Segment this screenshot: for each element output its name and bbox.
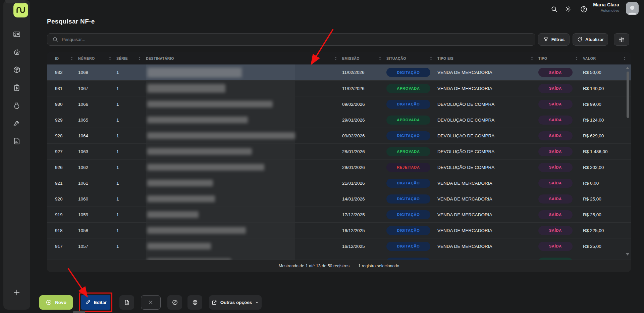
user-avatar[interactable] xyxy=(626,2,639,15)
table-row[interactable]: 9191059117/12/2025DIGITAÇÃOVENDA DE MERC… xyxy=(47,207,631,222)
user-info[interactable]: Maria Clara Automotivo xyxy=(593,2,619,12)
theme-toggle-button[interactable] xyxy=(564,5,573,13)
tipo-badge: SAÍDA xyxy=(538,242,573,251)
sort-icon[interactable] xyxy=(335,57,337,60)
sidebar-add-button[interactable] xyxy=(3,289,30,296)
column-label: SÉRIE xyxy=(116,56,128,60)
column-header-valor[interactable]: VALOR xyxy=(583,56,631,60)
cell-situacao: APROVADA xyxy=(386,116,437,125)
scrollbar-thumb[interactable] xyxy=(627,72,629,118)
search-input[interactable] xyxy=(62,37,530,42)
scrollbar-down-arrow[interactable] xyxy=(626,253,629,256)
sidebar-item-contacts[interactable] xyxy=(11,30,22,38)
sidebar-item-sales[interactable] xyxy=(11,48,22,56)
cell-situacao: DIGITAÇÃO xyxy=(386,226,437,235)
cell-emissao: 21/01/2026 xyxy=(342,181,386,186)
outras-opcoes-label: Outras opções xyxy=(220,300,252,305)
table-row[interactable]: 9311067111/02/2026APROVADAVENDA DE MERCA… xyxy=(47,80,631,96)
cell-situacao: DIGITAÇÃO xyxy=(386,194,437,204)
help-icon xyxy=(580,5,588,13)
table-row[interactable]: 9291065129/01/2026APROVADADEVOLUÇÃO DE C… xyxy=(47,112,631,128)
column-label: TIPO xyxy=(538,56,547,60)
table-row[interactable]: 9171057116/12/2025DIGITAÇÃOVENDA DE MERC… xyxy=(47,238,631,254)
sort-icon[interactable] xyxy=(71,57,73,60)
print-button[interactable] xyxy=(187,295,202,310)
cell-numero: 1067 xyxy=(78,86,116,91)
redacted-text xyxy=(147,117,248,123)
cell-numero: 1065 xyxy=(78,118,116,123)
status-badge: DIGITAÇÃO xyxy=(386,194,430,204)
table-row[interactable]: 9181058116/12/2025DIGITAÇÃOVENDA DE MERC… xyxy=(47,222,631,238)
novo-button[interactable]: Novo xyxy=(39,295,73,310)
sidebar-item-billing[interactable] xyxy=(11,84,22,92)
status-badge: APROVADA xyxy=(386,147,430,156)
table-row[interactable]: 9271063128/01/2026APROVADADEVOLUÇÃO DE C… xyxy=(47,143,631,159)
column-settings-button[interactable] xyxy=(614,33,629,46)
cell-situacao: DIGITAÇÃO xyxy=(386,179,437,188)
column-header-tipo[interactable]: TIPO xyxy=(538,56,583,60)
sort-icon[interactable] xyxy=(576,57,578,60)
column-header-id[interactable]: ID xyxy=(55,56,78,60)
redacted-text xyxy=(147,259,231,260)
sort-icon[interactable] xyxy=(139,57,141,60)
table-row[interactable]: 9301066109/02/2026DIGITAÇÃODEVOLUÇÃO DE … xyxy=(47,96,631,112)
outras-opcoes-button[interactable]: Outras opções xyxy=(209,295,262,310)
table-row[interactable]: 9281064109/02/2026DIGITAÇÃODEVOLUÇÃO DE … xyxy=(47,128,631,143)
cell-serie: 1 xyxy=(116,133,146,138)
external-link-icon xyxy=(211,300,217,306)
id-card-icon xyxy=(13,30,21,38)
atualizar-button[interactable]: Atualizar xyxy=(573,33,608,46)
sort-icon[interactable] xyxy=(531,57,533,60)
cell-destinatario xyxy=(146,160,342,175)
cell-id: 917 xyxy=(55,244,78,249)
column-header-sit[interactable]: SITUAÇÃO xyxy=(386,56,437,60)
cell-serie: 1 xyxy=(116,244,146,249)
cell-numero: 1064 xyxy=(78,133,116,138)
filter-funnel-icon xyxy=(543,37,549,42)
cell-valor: R$ 1.486,00 xyxy=(583,149,631,154)
table-row[interactable]: 9261062129/01/2026REJEITADADEVOLUÇÃO DE … xyxy=(47,159,631,175)
table-row[interactable]: 9211061121/01/2026DIGITAÇÃOVENDA DE MERC… xyxy=(47,175,631,191)
cancel-button[interactable] xyxy=(141,295,161,310)
column-header-num[interactable]: NÚMERO xyxy=(78,56,116,60)
cell-destinatario xyxy=(146,96,342,112)
cell-emissao: 29/01/2026 xyxy=(342,165,386,170)
app-logo[interactable] xyxy=(13,3,28,17)
cell-situacao: DIGITAÇÃO xyxy=(386,131,437,140)
redacted-text xyxy=(147,227,246,234)
sidebar-item-reports[interactable] xyxy=(11,137,22,145)
tipo-badge: ENTRADA xyxy=(538,258,573,260)
table-row[interactable]: 9161056111/12/2025DIGITAÇÃODEVOLUÇÃO DE … xyxy=(47,254,631,260)
cell-tipo: SAÍDA xyxy=(538,84,583,93)
cell-situacao: DIGITAÇÃO xyxy=(386,242,437,251)
tipo-badge: SAÍDA xyxy=(538,147,573,156)
column-header-emissao[interactable]: EMISSÃO xyxy=(342,56,386,60)
editar-button[interactable]: Editar xyxy=(81,295,110,310)
novo-label: Novo xyxy=(55,300,66,305)
global-search-button[interactable] xyxy=(550,5,558,13)
table-row-selected[interactable]: 9321068111/02/2026DIGITAÇÃOVENDA DE MERC… xyxy=(47,64,631,80)
column-header-serie[interactable]: SÉRIE xyxy=(116,56,146,60)
sidebar-item-finance[interactable] xyxy=(11,101,22,109)
user-company: Automotivo xyxy=(593,8,619,12)
plus-icon xyxy=(13,289,20,296)
column-header-tipoes[interactable]: TIPO E/S xyxy=(437,56,538,60)
help-button[interactable] xyxy=(579,5,588,13)
search-icon xyxy=(550,5,558,13)
sort-icon[interactable] xyxy=(430,57,432,60)
sort-icon[interactable] xyxy=(379,57,381,60)
filtros-button[interactable]: Filtros xyxy=(538,33,570,46)
clipboard-dollar-icon xyxy=(13,84,21,92)
sidebar-item-tools[interactable] xyxy=(11,119,22,127)
scrollbar-up-arrow[interactable] xyxy=(626,67,629,69)
column-header-dest[interactable]: DESTINATÁRIO xyxy=(146,52,342,64)
block-button[interactable] xyxy=(167,295,182,310)
table-row[interactable]: 9201060114/01/2026DIGITAÇÃOVENDA DE MERC… xyxy=(47,191,631,207)
cell-tipo: SAÍDA xyxy=(538,194,583,204)
sort-icon[interactable] xyxy=(624,57,626,60)
sidebar-item-products[interactable] xyxy=(11,66,22,74)
editar-label: Editar xyxy=(94,300,107,305)
cell-emissao: 09/02/2026 xyxy=(342,133,386,138)
sort-icon[interactable] xyxy=(109,57,111,60)
export-file-button[interactable] xyxy=(119,295,134,310)
